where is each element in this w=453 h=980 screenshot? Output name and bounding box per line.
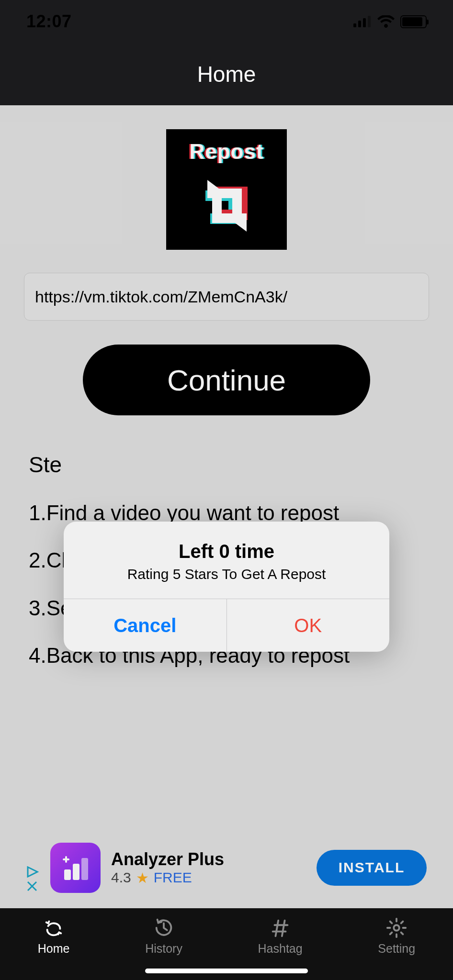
- modal-backdrop[interactable]: [0, 105, 453, 908]
- battery-icon: [400, 15, 427, 28]
- tab-setting-label: Setting: [378, 942, 415, 956]
- svg-rect-2: [363, 18, 366, 27]
- status-right-icons: [353, 15, 427, 28]
- content-area: Repost: [0, 105, 453, 908]
- svg-line-20: [276, 921, 279, 936]
- svg-rect-1: [358, 21, 361, 27]
- tab-history[interactable]: History: [145, 917, 182, 956]
- rating-alert: Left 0 time Rating 5 Stars To Get A Repo…: [64, 522, 389, 652]
- hashtag-icon: [269, 917, 291, 939]
- tab-history-label: History: [145, 942, 182, 956]
- page-title: Home: [197, 61, 256, 87]
- home-indicator[interactable]: [145, 969, 308, 973]
- alert-ok-label: OK: [294, 615, 322, 636]
- alert-cancel-label: Cancel: [113, 615, 176, 636]
- tab-hashtag[interactable]: Hashtag: [258, 917, 303, 956]
- wifi-icon: [377, 15, 395, 28]
- alert-ok-button[interactable]: OK: [227, 599, 390, 652]
- svg-rect-3: [368, 16, 371, 27]
- svg-line-21: [282, 921, 285, 936]
- svg-point-22: [394, 925, 399, 931]
- history-icon: [153, 917, 175, 939]
- status-time: 12:07: [26, 11, 72, 32]
- app-screen: 12:07 Home Repost: [0, 0, 453, 980]
- tab-setting[interactable]: Setting: [378, 917, 415, 956]
- status-bar: 12:07: [0, 0, 453, 43]
- alert-title: Left 0 time: [78, 541, 375, 562]
- repost-tab-icon: [43, 917, 65, 939]
- tab-hashtag-label: Hashtag: [258, 942, 303, 956]
- svg-rect-0: [353, 23, 356, 27]
- gear-icon: [385, 917, 408, 939]
- alert-message: Rating 5 Stars To Get A Repost: [78, 566, 375, 582]
- tab-home[interactable]: Home: [38, 917, 70, 956]
- tab-home-label: Home: [38, 942, 70, 956]
- nav-bar: Home: [0, 43, 453, 105]
- cell-signal-icon: [353, 16, 372, 27]
- alert-cancel-button[interactable]: Cancel: [64, 599, 227, 652]
